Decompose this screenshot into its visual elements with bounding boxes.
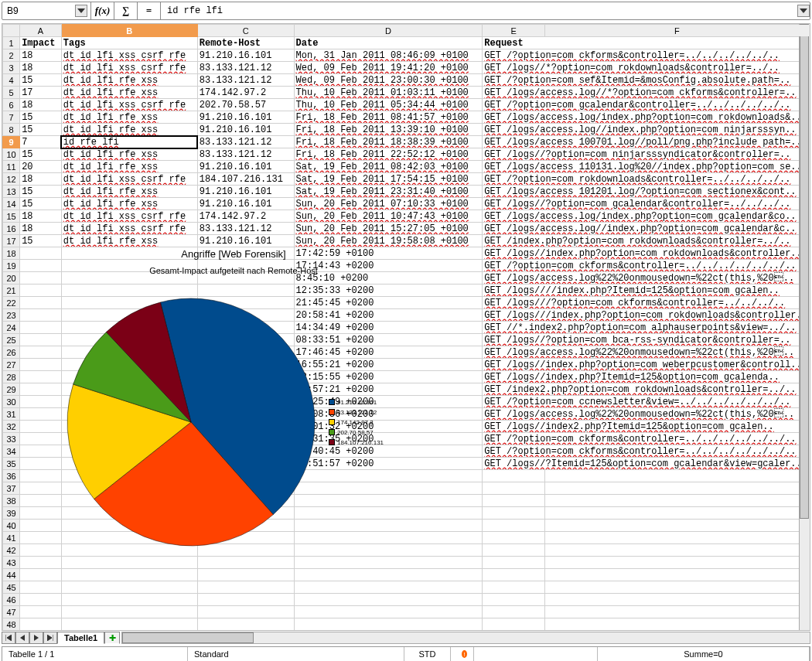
cell-D31[interactable]: 17:08:36 +0200: [294, 408, 483, 421]
cell-A49[interactable]: [20, 631, 62, 632]
cell-D22[interactable]: 21:45:45 +0200: [294, 297, 483, 309]
cell-D8[interactable]: Fri, 18 Feb 2011 13:39:10 +0100: [294, 124, 483, 136]
cell-C45[interactable]: [197, 581, 294, 594]
cell-A4[interactable]: 15: [20, 74, 62, 87]
row-header-20[interactable]: 20: [3, 272, 20, 285]
cell-A32[interactable]: [20, 421, 62, 433]
cell-D24[interactable]: 14:34:49 +0200: [294, 322, 483, 334]
cell-D5[interactable]: Thu, 10 Feb 2011 01:03:11 +0100: [294, 87, 483, 99]
cell-E36[interactable]: [483, 470, 545, 482]
select-all-corner[interactable]: [3, 25, 20, 37]
row-header-18[interactable]: 18: [3, 247, 20, 260]
cell-C23[interactable]: [197, 309, 294, 322]
cell-C20[interactable]: [197, 272, 294, 285]
cell-B1[interactable]: Tags: [61, 37, 197, 49]
spreadsheet-grid[interactable]: A B C D E F 1 Impact Tags Remote-Host Da…: [2, 24, 810, 631]
cell-D41[interactable]: [294, 532, 483, 544]
cell-D4[interactable]: Wed, 09 Feb 2011 23:00:30 +0100: [294, 74, 483, 87]
cell-E48[interactable]: [483, 618, 545, 631]
cell-C46[interactable]: [197, 594, 294, 606]
cell-A28[interactable]: [20, 371, 62, 383]
cell-B37[interactable]: [61, 482, 197, 495]
cell-D37[interactable]: [294, 482, 483, 495]
cell-B19[interactable]: [61, 260, 197, 272]
row-header-2[interactable]: 2: [3, 49, 20, 62]
cell-C7[interactable]: 91.210.16.101: [197, 111, 294, 124]
cell-C19[interactable]: [197, 260, 294, 272]
cell-F48[interactable]: [544, 618, 809, 631]
cell-B11[interactable]: dt id lfi rfe xss: [61, 161, 197, 173]
cell-C22[interactable]: [197, 297, 294, 309]
horizontal-scrollbar-thumb[interactable]: [122, 632, 254, 643]
cell-A37[interactable]: [20, 482, 62, 495]
cell-B43[interactable]: [61, 557, 197, 569]
row-header-23[interactable]: 23: [3, 309, 20, 322]
cell-C13[interactable]: 91.210.16.101: [197, 186, 294, 198]
cell-A13[interactable]: 15: [20, 186, 62, 198]
cell-D27[interactable]: 16:55:21 +0200: [294, 359, 483, 371]
cell-B20[interactable]: [61, 272, 197, 285]
cell-E30[interactable]: GET /?option=com ccnewsletter&view=../..…: [483, 396, 810, 408]
cell-D16[interactable]: Sun, 20 Feb 2011 15:27:05 +0100: [294, 223, 483, 235]
row-header-35[interactable]: 35: [3, 458, 20, 470]
row-header-9[interactable]: 9: [3, 136, 20, 148]
cell-A18[interactable]: [20, 247, 62, 260]
cell-E27[interactable]: GET /logs//index.php?option=com weberpcu…: [483, 359, 810, 371]
cell-D18[interactable]: 17:42:59 +0100: [294, 247, 483, 260]
cell-A9[interactable]: 7: [20, 136, 62, 148]
cell-E25[interactable]: GET /logs//?option=com bca-rss-syndicato…: [483, 334, 810, 346]
cell-B7[interactable]: dt id lfi rfe xss: [61, 111, 197, 124]
cell-E49[interactable]: [483, 631, 545, 632]
cell-A33[interactable]: [20, 433, 62, 445]
vertical-scrollbar[interactable]: [799, 24, 810, 630]
cell-D7[interactable]: Fri, 18 Feb 2011 08:41:57 +0100: [294, 111, 483, 124]
row-header-15[interactable]: 15: [3, 210, 20, 223]
cell-B12[interactable]: dt id lfi xss csrf rfe: [61, 173, 197, 186]
cell-F49[interactable]: [544, 631, 809, 632]
cell-A16[interactable]: 18: [20, 223, 62, 235]
cell-D30[interactable]: 05:25:49 +0200: [294, 396, 483, 408]
row-header-48[interactable]: 48: [3, 618, 20, 631]
cell-C1[interactable]: Remote-Host: [197, 37, 294, 49]
cell-E11[interactable]: GET /logs/access 110131.log%20//index.ph…: [483, 161, 810, 173]
status-signature-icon[interactable]: !: [451, 647, 474, 661]
cell-A6[interactable]: 18: [20, 99, 62, 111]
cell-D38[interactable]: [294, 495, 483, 507]
cell-E42[interactable]: [483, 544, 545, 557]
cell-E24[interactable]: GET //*.index2.php?option=com alphauserp…: [483, 322, 810, 334]
cell-E3[interactable]: GET /logs//*?option=com rokdownloads&con…: [483, 62, 810, 74]
cell-C3[interactable]: 83.133.121.12: [197, 62, 294, 74]
cell-C28[interactable]: [197, 371, 294, 383]
cell-A38[interactable]: [20, 495, 62, 507]
cell-D19[interactable]: 17:14:43 +0200: [294, 260, 483, 272]
cell-A15[interactable]: 18: [20, 210, 62, 223]
cell-D28[interactable]: 12:15:55 +0200: [294, 371, 483, 383]
cell-C26[interactable]: [197, 346, 294, 359]
cell-A48[interactable]: [20, 618, 62, 631]
row-header-17[interactable]: 17: [3, 235, 20, 247]
formula-expand-button[interactable]: [797, 5, 810, 17]
row-header-26[interactable]: 26: [3, 346, 20, 359]
cell-B38[interactable]: [61, 495, 197, 507]
cell-C30[interactable]: [197, 396, 294, 408]
row-header-44[interactable]: 44: [3, 569, 20, 581]
cell-E10[interactable]: GET /logs//?option=com ninjarsssyndicato…: [483, 148, 810, 161]
cell-B48[interactable]: [61, 618, 197, 631]
cell-A22[interactable]: [20, 297, 62, 309]
row-header-13[interactable]: 13: [3, 186, 20, 198]
col-header-D[interactable]: D: [294, 25, 483, 37]
cell-D34[interactable]: 05:40:45 +0200: [294, 445, 483, 458]
cell-D43[interactable]: [294, 557, 483, 569]
row-header-25[interactable]: 25: [3, 334, 20, 346]
cell-B15[interactable]: dt id lfi xss csrf rfe: [61, 210, 197, 223]
cell-D29[interactable]: 12:57:21 +0200: [294, 383, 483, 396]
cell-reference-dropdown[interactable]: [75, 5, 87, 17]
cell-C21[interactable]: [197, 285, 294, 297]
row-header-45[interactable]: 45: [3, 581, 20, 594]
row-header-19[interactable]: 19: [3, 260, 20, 272]
cell-F36[interactable]: [544, 470, 809, 482]
row-header-29[interactable]: 29: [3, 383, 20, 396]
cell-D11[interactable]: Sat, 19 Feb 2011 08:42:03 +0100: [294, 161, 483, 173]
add-sheet-button[interactable]: ✚: [104, 632, 120, 644]
status-sum[interactable]: Summe=0: [598, 647, 810, 661]
